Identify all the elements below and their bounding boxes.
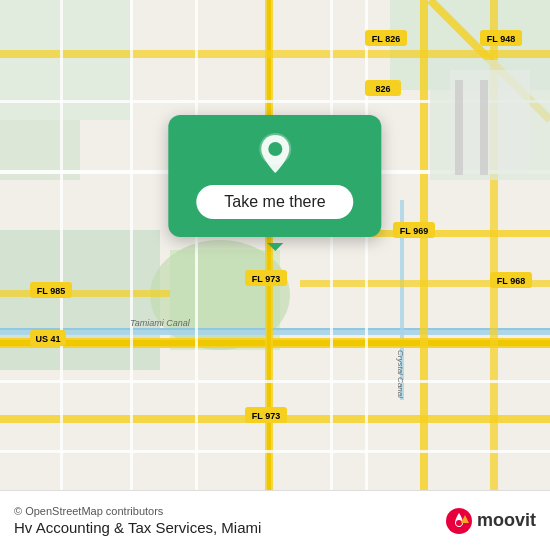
svg-rect-21 (0, 290, 170, 297)
svg-rect-15 (0, 50, 550, 58)
take-me-there-button[interactable]: Take me there (196, 185, 353, 219)
svg-text:FL 973: FL 973 (252, 411, 280, 421)
svg-rect-30 (365, 0, 368, 490)
bottom-left: © OpenStreetMap contributors Hv Accounti… (14, 505, 261, 536)
svg-rect-7 (0, 330, 550, 335)
location-pin-icon (253, 131, 297, 175)
svg-rect-25 (0, 450, 550, 453)
svg-rect-29 (330, 0, 333, 490)
svg-text:FL 985: FL 985 (37, 286, 65, 296)
map-container: FL 948 FL 826 826 FL 969 FL 968 FL 973 F… (0, 0, 550, 490)
moovit-logo: moovit (445, 507, 536, 535)
popup-card: Take me there (168, 115, 381, 237)
svg-text:FL 973: FL 973 (252, 274, 280, 284)
svg-rect-27 (130, 0, 133, 490)
svg-rect-11 (0, 340, 550, 346)
svg-rect-34 (480, 80, 488, 175)
svg-rect-24 (0, 380, 550, 383)
svg-text:FL 969: FL 969 (400, 226, 428, 236)
svg-rect-16 (420, 0, 428, 490)
svg-text:FL 826: FL 826 (372, 34, 400, 44)
svg-rect-28 (195, 0, 198, 490)
svg-text:Crystal Canal: Crystal Canal (396, 350, 405, 398)
svg-rect-33 (455, 80, 463, 175)
svg-point-57 (268, 142, 282, 156)
svg-rect-26 (60, 0, 63, 490)
svg-text:826: 826 (375, 84, 390, 94)
svg-rect-1 (0, 230, 160, 370)
svg-rect-8 (0, 328, 550, 330)
svg-text:Tamiami Canal: Tamiami Canal (130, 318, 191, 328)
bottom-bar: © OpenStreetMap contributors Hv Accounti… (0, 490, 550, 550)
moovit-brand-icon (445, 507, 473, 535)
svg-text:FL 948: FL 948 (487, 34, 515, 44)
svg-text:FL 968: FL 968 (497, 276, 525, 286)
copyright-text: © OpenStreetMap contributors (14, 505, 261, 517)
svg-text:US 41: US 41 (35, 334, 60, 344)
moovit-text: moovit (477, 510, 536, 531)
location-name: Hv Accounting & Tax Services, Miami (14, 519, 261, 536)
